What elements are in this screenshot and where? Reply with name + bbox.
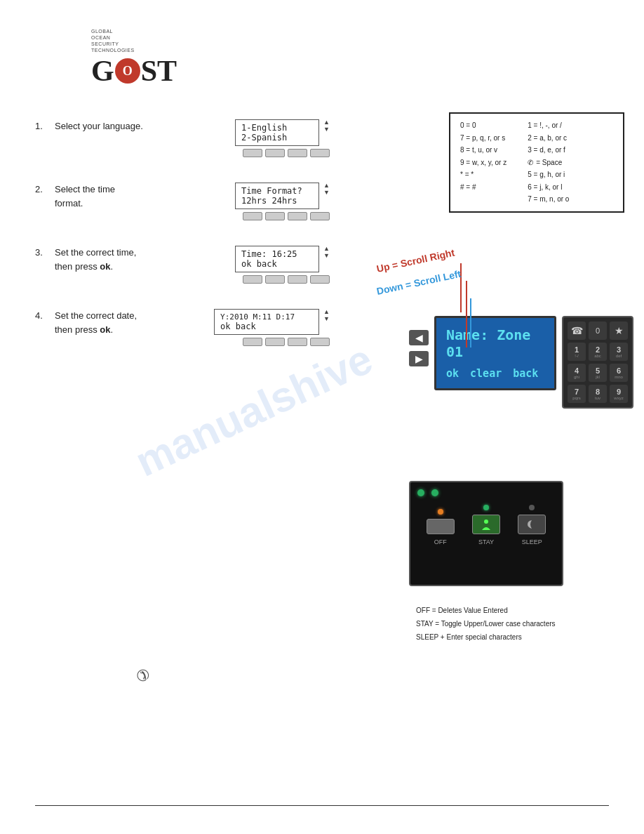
lcd-line2-2: 12hrs 24hrs [241, 196, 313, 206]
lcd-btn-3d[interactable] [310, 275, 330, 284]
lcd-line2-4: ok back [220, 322, 313, 331]
keypad-8[interactable]: 8tuv [589, 385, 607, 403]
lcd-btn-4c[interactable] [288, 338, 307, 346]
lcd-btn-1a[interactable] [243, 149, 262, 157]
instruction-2: 2. Select the time format. Time Format? … [35, 183, 330, 220]
lcd-display-3: Time: 16:25 ok back [235, 246, 319, 272]
instruction-4: 4. Set the correct date, then press ok. … [35, 309, 330, 346]
lcd-btn-3a[interactable] [243, 275, 262, 284]
stay-leds [483, 505, 489, 510]
keypad-0[interactable]: 0 [589, 322, 607, 340]
lcd-btn-1d[interactable] [310, 149, 330, 157]
scroll-down-label: Down = Scroll Left [376, 268, 462, 297]
arrow-right-btn[interactable]: ▶ [409, 351, 429, 366]
phone-icon: ✆ [137, 667, 149, 685]
lcd-line1-2: Time Format? [241, 186, 313, 196]
screen-btn-back[interactable]: back [513, 367, 538, 380]
lcd-line2-1: 2-Spanish [241, 133, 313, 143]
lcd-display-4: Y:2010 M:11 D:17 ok back [214, 309, 319, 335]
control-panel: OFF STAY [409, 481, 563, 586]
instruction-display-4: Y:2010 M:11 D:17 ok back ▲ ▼ [214, 309, 330, 346]
keypad-5[interactable]: 5jkl [589, 364, 607, 382]
keypad-6[interactable]: 6mno [610, 364, 628, 382]
sleep-button[interactable] [518, 515, 546, 534]
logo-letter-o: O [123, 64, 133, 79]
lcd-btn-3b[interactable] [265, 275, 285, 284]
lcd-btn-4a[interactable] [243, 338, 262, 346]
keypad-7[interactable]: 7pqrs [568, 385, 586, 403]
control-sleep: SLEEP [518, 505, 546, 545]
led-row [417, 489, 555, 496]
instruction-1: 1. Select your language. 1-English 2-Spa… [35, 119, 330, 157]
keypad-row-0: ☎ 0 ★ [568, 322, 628, 340]
keypad-1[interactable]: 1!-/ [568, 343, 586, 361]
bottom-control-area: OFF STAY [409, 481, 633, 586]
lcd-line1-4: Y:2010 M:11 D:17 [220, 312, 313, 322]
connector-line-red [466, 281, 467, 348]
keypad-4[interactable]: 4ghi [568, 364, 586, 382]
legend-line3: SLEEP + Enter special characters [416, 630, 633, 644]
control-buttons-row: OFF STAY [417, 505, 555, 545]
lcd-buttons-4 [243, 338, 330, 346]
instruction-text-3: Set the correct time, then press ok. [55, 246, 224, 273]
keypad-2[interactable]: 2abc [589, 343, 607, 361]
led-green-stay [483, 505, 489, 510]
stay-label: STAY [478, 538, 494, 545]
lcd-btn-2b[interactable] [265, 212, 285, 220]
arrow-left-btn[interactable]: ◀ [409, 330, 429, 345]
screen-btn-ok[interactable]: ok [446, 367, 459, 380]
led-green [417, 489, 424, 496]
lcd-buttons-1 [243, 149, 330, 157]
keypad-star[interactable]: ★ [610, 322, 628, 340]
connector-line-blue [470, 298, 471, 348]
instruction-3: 3. Set the correct time, then press ok. … [35, 246, 330, 284]
keypad-row-3: 7pqrs 8tuv 9wxyz [568, 385, 628, 403]
svg-point-0 [484, 519, 488, 524]
instruction-display-1: 1-English 2-Spanish ▲ ▼ [235, 119, 330, 157]
instruction-text-4: Set the correct date, then press ok. [55, 309, 203, 336]
lcd-btn-4b[interactable] [265, 338, 285, 346]
instruction-text-1: Select your language. [55, 119, 224, 133]
logo-letters-st: ST [141, 56, 177, 86]
device-screen: Name: Zone 01 ok clear back [434, 316, 556, 390]
keypad-3[interactable]: 3def [610, 343, 628, 361]
led-green-2 [431, 489, 438, 496]
lcd-line1-3: Time: 16:25 [241, 249, 313, 259]
device-keypad: ☎ 0 ★ 1!-/ 2abc 3def 4ghi 5jkl 6mno 7pqr… [562, 316, 633, 409]
lcd-btn-1b[interactable] [265, 149, 285, 157]
logo-circle: O [115, 58, 140, 84]
stay-button[interactable] [472, 515, 500, 534]
keypad-phone[interactable]: ☎ [568, 322, 586, 340]
lcd-scroll-1: ▲ ▼ [323, 119, 330, 146]
control-off: OFF [427, 509, 455, 545]
lcd-btn-2c[interactable] [288, 212, 307, 220]
lcd-btn-4d[interactable] [310, 338, 330, 346]
sleep-label: SLEEP [522, 538, 542, 545]
device-arrow-buttons: ◀ ▶ [409, 330, 429, 366]
device-area: ◀ ▶ Name: Zone 01 ok clear back ☎ 0 ★ 1!… [409, 316, 633, 409]
lcd-btn-2a[interactable] [243, 212, 262, 220]
lcd-display-2: Time Format? 12hrs 24hrs [235, 183, 319, 209]
instruction-number-1: 1. [35, 121, 55, 131]
instruction-display-2: Time Format? 12hrs 24hrs ▲ ▼ [235, 183, 330, 220]
lcd-btn-1c[interactable] [288, 149, 307, 157]
keypad-9[interactable]: 9wxyz [610, 385, 628, 403]
person-icon [479, 519, 493, 530]
lcd-btn-3c[interactable] [288, 275, 307, 284]
lcd-line2-3: ok back [241, 259, 313, 269]
keypad-row-1: 1!-/ 2abc 3def [568, 343, 628, 361]
logo-area: GLOBAL OCEAN SECURITY TECHNOLOGIES G O S… [91, 28, 177, 86]
led-off-sleep [529, 505, 535, 510]
off-label: OFF [434, 538, 447, 545]
keypad-row-2: 4ghi 5jkl 6mno [568, 364, 628, 382]
key-reference-box: 0 = 0 7 = p, q, r, or s 8 = t, u, or v 9… [449, 112, 624, 213]
lcd-scroll-4: ▲ ▼ [323, 309, 330, 335]
lcd-btn-2d[interactable] [310, 212, 330, 220]
moon-icon [525, 519, 539, 530]
lcd-buttons-3 [243, 275, 330, 284]
instruction-text-2: Select the time format. [55, 183, 224, 210]
sleep-leds [529, 505, 535, 510]
screen-btn-clear[interactable]: clear [470, 367, 502, 380]
off-button[interactable] [427, 519, 455, 534]
off-leds [438, 509, 443, 515]
